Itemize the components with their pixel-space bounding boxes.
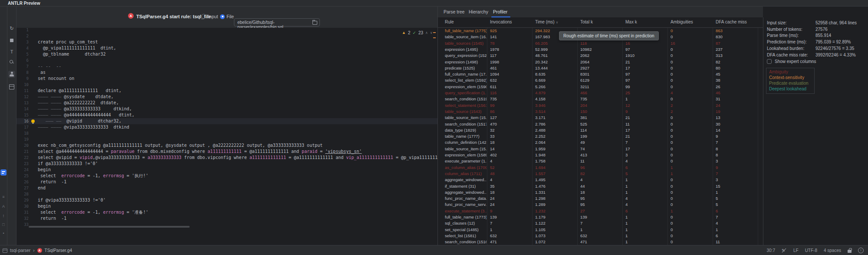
code-line[interactable]: 23if @a333333333333 !='0' bbox=[16, 161, 437, 167]
profiler-row[interactable]: func_proc_name_data...241.29895405 bbox=[438, 195, 763, 202]
tab-hierarchy[interactable]: Hierarchy bbox=[469, 9, 488, 14]
error-stripe-mark[interactable] bbox=[433, 32, 436, 33]
profiler-row[interactable]: expression (1495)197852.99910982970237 bbox=[438, 46, 763, 53]
column-max-k[interactable]: Max k bbox=[625, 20, 637, 24]
stop-icon[interactable] bbox=[8, 37, 15, 44]
profiler-row[interactable]: set_special (1485)11.1051101 bbox=[438, 227, 763, 233]
code-line[interactable]: 32 return -1 bbox=[16, 215, 437, 222]
code-line[interactable]: 5 @p_tblname dtchar32 bbox=[16, 51, 437, 57]
profiler-row[interactable]: search_condition (1517)4702.78652511030 bbox=[438, 121, 763, 127]
menu-icon[interactable]: ≡ bbox=[0, 195, 7, 199]
layout-icon[interactable] bbox=[8, 83, 15, 90]
next-issue-icon[interactable]: ∨ bbox=[430, 31, 433, 35]
profiler-row[interactable]: expression_elem (1590)6115.266321199026 bbox=[438, 84, 763, 90]
lock-icon[interactable] bbox=[848, 250, 852, 253]
column-rule[interactable]: Rule bbox=[445, 20, 454, 24]
code-line[interactable]: 2 bbox=[16, 33, 437, 39]
code-line[interactable]: 11declare @a1111111111111 dtint, bbox=[16, 88, 437, 94]
profiler-row[interactable]: column_definition (1421)182.06449707 bbox=[438, 139, 763, 146]
profiler-row[interactable]: as_column_alias (1709)521.69496619 bbox=[438, 165, 763, 171]
profiler-row[interactable]: predicate (1525)46113.444292717080 bbox=[438, 65, 763, 71]
code-line[interactable]: 12———— ———— @sysdate dtdate, bbox=[16, 94, 437, 100]
more-icon[interactable]: • bbox=[0, 231, 7, 235]
code-line[interactable]: 8 as bbox=[16, 70, 437, 76]
show-expert-columns-checkbox[interactable] bbox=[767, 59, 772, 64]
tab-profiler[interactable]: Profiler bbox=[493, 9, 507, 14]
profiler-row[interactable]: func_proc_name_serv...241.28995405 bbox=[438, 202, 763, 208]
code-line[interactable]: 25 select errorcode = -1, errormsg = '执行… bbox=[16, 173, 437, 179]
code-line[interactable]: 18 bbox=[16, 130, 437, 136]
profiler-row[interactable]: sql_clauses (12)71.1227104 bbox=[438, 220, 763, 226]
breadcrumb-project[interactable]: tsql-parser bbox=[10, 248, 30, 253]
caret-position[interactable]: 30:7 bbox=[766, 248, 775, 253]
indent-setting[interactable]: 4 spaces bbox=[824, 248, 841, 253]
profiler-row[interactable]: table_sources (1545)7866.205118161687 bbox=[438, 40, 763, 46]
code-line[interactable]: 29if @vipa333333333333 !='0' bbox=[16, 197, 437, 203]
test-file-path-field[interactable]: ebelice/Github/tsql-parser/examples/big.… bbox=[234, 18, 320, 26]
code-line[interactable]: 10 bbox=[16, 82, 437, 88]
column-ambiguities[interactable]: Ambiguities bbox=[671, 20, 693, 24]
profiler-row[interactable]: column_alias (1711)481.55782517 bbox=[438, 171, 763, 177]
profiler-row[interactable]: table_source_item (15...1273.17138121013 bbox=[438, 115, 763, 121]
input-radio[interactable] bbox=[201, 14, 206, 19]
file-radio-label[interactable]: File bbox=[227, 14, 234, 19]
profiler-row[interactable]: execute_parameter (1...41.75811403 bbox=[438, 158, 763, 164]
error-stripe-mark[interactable] bbox=[433, 37, 436, 38]
column-dfa-cache-miss[interactable]: DFA cache miss bbox=[716, 20, 747, 24]
profiler-row[interactable]: data_type (1829)322.48811417014 bbox=[438, 127, 763, 133]
code-line[interactable]: 22select @vipid = vipid,@vipa33333333333… bbox=[16, 155, 437, 161]
profiler-row[interactable]: full_column_name (17...10948.63583019704… bbox=[438, 71, 763, 77]
code-line[interactable]: 4 @p_vipa1111111111111 dtint, bbox=[16, 45, 437, 51]
code-line[interactable]: 15———— ———— @a4444444444444444 dtint, bbox=[16, 112, 437, 118]
intention-bulb-icon[interactable] bbox=[31, 119, 35, 123]
input-radio-label[interactable]: Input bbox=[208, 14, 218, 19]
text-tool-icon[interactable]: T bbox=[8, 48, 15, 55]
profiler-row[interactable]: search_condition (1516)4711.0724711011 bbox=[438, 239, 763, 245]
profiler-row[interactable]: search_condition (1519)7354.1587351031 bbox=[438, 96, 763, 102]
profiler-row[interactable]: query_specification (1...1164.8794662544… bbox=[438, 90, 763, 96]
profiler-person-icon[interactable] bbox=[8, 71, 15, 78]
code-line[interactable]: 17———— ———— @vipa333333333333 dtkind bbox=[16, 124, 437, 130]
profiler-row[interactable]: select_list (1581)6321.073632106 bbox=[438, 233, 763, 239]
window-icon[interactable] bbox=[3, 248, 7, 253]
code-line[interactable]: 21select @a4444444444444444 = paravalue … bbox=[16, 149, 437, 155]
code-line[interactable]: 16 ——— —— @vipid dtchar32, bbox=[16, 118, 437, 124]
profiler-row[interactable]: expression (1498)199820.342206421082 bbox=[438, 59, 763, 65]
active-tool-window-button[interactable] bbox=[0, 169, 7, 176]
line-ending[interactable]: LF bbox=[793, 248, 799, 253]
code-line[interactable]: 3create proc up_com_test bbox=[16, 39, 437, 45]
column-invocations[interactable]: Invocations bbox=[490, 20, 512, 24]
prev-issue-icon[interactable]: ∧ bbox=[425, 31, 428, 35]
tab-parse-tree[interactable]: Parse tree bbox=[444, 9, 464, 14]
info-icon[interactable]: ! bbox=[858, 248, 864, 253]
terminal-icon[interactable]: □ bbox=[0, 222, 7, 227]
readonly-pen-icon[interactable]: ✎ bbox=[782, 248, 787, 253]
profiler-row[interactable]: execute_statement (3...91.23227616 bbox=[438, 208, 763, 214]
refresh-icon[interactable]: ↻ bbox=[8, 25, 15, 32]
letter-a-icon[interactable]: A bbox=[0, 204, 7, 209]
profiler-row[interactable]: if_statement (31)351.476441015 bbox=[438, 183, 763, 189]
column-time[interactable]: Time (ms) ∨ bbox=[535, 20, 558, 24]
show-expert-columns-label[interactable]: Show expert columns bbox=[775, 59, 816, 64]
profiler-row[interactable]: full_table_name (1773)1391.179139107 bbox=[438, 214, 763, 220]
editor-horizontal-scrollbar[interactable] bbox=[29, 226, 190, 228]
search-icon[interactable] bbox=[8, 59, 15, 66]
breadcrumb-file[interactable]: TSqlParser.g4 bbox=[45, 248, 72, 253]
profiler-row[interactable]: select_statement (1561)993.94620412224 bbox=[438, 103, 763, 109]
profiler-row[interactable]: aggregate_windowed...181.33118101 bbox=[438, 189, 763, 195]
code-line[interactable]: 20exec nb_com_getsysconfig @a11111111111… bbox=[16, 142, 437, 149]
code-line[interactable]: 19 bbox=[16, 136, 437, 142]
code-line[interactable]: 6 bbox=[16, 57, 437, 63]
inspections-widget[interactable]: ▲2 ✓23 ∧ ∨ bbox=[402, 30, 433, 36]
profiler-row[interactable]: table_source (1543)863.5141509219 bbox=[438, 109, 763, 115]
profiler-row[interactable]: table_name (1777)332.2521992109 bbox=[438, 133, 763, 139]
profiler-row[interactable]: aggregate_windowed...41.4954103 bbox=[438, 177, 763, 183]
profiler-row[interactable]: expression_elem (1589)4021.948413308 bbox=[438, 152, 763, 158]
profiler-row[interactable]: query_expression (1527)11748.76120621910… bbox=[438, 53, 763, 59]
code-line[interactable]: 13———— ———— @a2222222222 dtdate, bbox=[16, 100, 437, 106]
code-line[interactable]: 28 bbox=[16, 191, 437, 197]
code-line[interactable]: 7-- -- -- bbox=[16, 63, 437, 70]
code-line[interactable]: 24begin bbox=[16, 167, 437, 173]
column-total-k[interactable]: Total k bbox=[580, 20, 593, 24]
profiler-row[interactable]: select_list_elem (1592)6326.669612997038 bbox=[438, 77, 763, 83]
